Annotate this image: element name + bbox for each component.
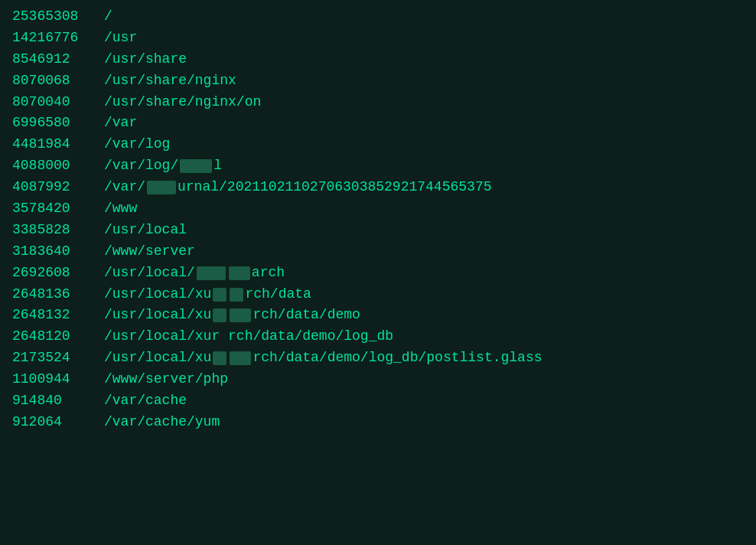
- terminal-line: 3183640 /www/server: [12, 241, 744, 263]
- redacted-block: [147, 181, 176, 194]
- terminal-output: 25365308 /14216776 /usr8546912 /usr/shar…: [12, 6, 744, 433]
- terminal-line: 8070068 /usr/share/nginx: [12, 70, 744, 92]
- path-text: /usr/share/nginx/on: [104, 92, 261, 113]
- redacted-block: [180, 159, 212, 173]
- path-text: rch/data/demo: [253, 305, 360, 326]
- line-number: 2648136: [12, 284, 104, 305]
- line-number: 2173524: [12, 348, 104, 369]
- path-text: /var/cache: [104, 390, 187, 412]
- path-text: rch/data/demo/log_db/postlist.glass: [253, 348, 542, 369]
- line-number: 2692608: [12, 263, 104, 284]
- line-number: 25365308: [12, 6, 104, 28]
- redacted-block: [213, 308, 226, 322]
- line-number: 912064: [12, 412, 104, 433]
- path-text: /usr/local/xu: [104, 284, 211, 305]
- terminal-line: 2692608 /usr/local/ arch: [12, 263, 744, 284]
- terminal-line: 914840 /var/cache: [12, 390, 744, 412]
- path-text: /var/log/: [104, 155, 178, 177]
- terminal-line: 25365308 /: [12, 6, 744, 28]
- line-number: 914840: [12, 390, 104, 412]
- redacted-block: [230, 351, 251, 365]
- terminal-line: 8070040 /usr/share/nginx/on: [12, 92, 744, 113]
- terminal-line: 1100944 /www/server/php: [12, 369, 744, 390]
- redacted-block: [229, 266, 250, 280]
- path-text: l: [213, 155, 222, 177]
- line-number: 2648132: [12, 305, 104, 326]
- path-text: /usr/local: [104, 220, 187, 241]
- terminal-line: 4087992 /var/ urnal/20211021102706303852…: [12, 177, 744, 198]
- line-number: 3183640: [12, 241, 104, 263]
- redacted-block: [230, 308, 251, 322]
- path-text: /var/cache/yum: [104, 412, 220, 433]
- redacted-block: [197, 266, 226, 280]
- path-text: /usr/local/xu: [104, 348, 211, 369]
- line-number: 2648120: [12, 326, 104, 348]
- line-number: 4481984: [12, 134, 104, 155]
- redacted-block: [213, 288, 226, 302]
- path-text: /usr/share/nginx: [104, 70, 236, 92]
- terminal-line: 3385828 /usr/local: [12, 220, 744, 241]
- terminal-line: 6996580 /var: [12, 113, 744, 134]
- terminal-line: 2648132 /usr/local/xu rch/data/demo: [12, 305, 744, 326]
- path-text: /: [104, 6, 112, 28]
- path-text: /usr/local/: [104, 263, 195, 284]
- path-text: /usr/local/xu: [104, 305, 211, 326]
- line-number: 6996580: [12, 113, 104, 134]
- line-number: 4088000: [12, 155, 104, 177]
- path-text: urnal/20211021102706303852921744565375: [178, 177, 491, 198]
- terminal-line: 4088000 /var/log/ l: [12, 155, 744, 177]
- line-number: 8070068: [12, 70, 104, 92]
- line-number: 3578420: [12, 198, 104, 220]
- path-text: /www: [104, 198, 137, 220]
- path-text: /usr/share: [104, 49, 187, 70]
- terminal-line: 2648120 /usr/local/xur rch/data/demo/log…: [12, 326, 744, 348]
- terminal-line: 8546912 /usr/share: [12, 49, 744, 70]
- path-text: /www/server/php: [104, 369, 228, 390]
- line-number: 14216776: [12, 28, 104, 49]
- path-text: /var/log: [104, 134, 170, 155]
- line-number: 3385828: [12, 220, 104, 241]
- terminal-line: 2648136 /usr/local/xu rch/data: [12, 284, 744, 305]
- terminal-line: 912064 /var/cache/yum: [12, 412, 744, 433]
- redacted-block: [230, 288, 243, 302]
- path-text: arch: [252, 263, 285, 284]
- line-number: 4087992: [12, 177, 104, 198]
- line-number: 8546912: [12, 49, 104, 70]
- terminal-line: 3578420 /www: [12, 198, 744, 220]
- path-text: /www/server: [104, 241, 195, 263]
- path-text: /var/: [104, 177, 145, 198]
- line-number: 1100944: [12, 369, 104, 390]
- path-text: /usr/local/xur rch/data/demo/log_db: [104, 326, 393, 348]
- terminal-line: 2173524 /usr/local/xu rch/data/demo/log_…: [12, 348, 744, 369]
- path-text: /var: [104, 113, 137, 134]
- terminal-line: 4481984 /var/log: [12, 134, 744, 155]
- path-text: /usr: [104, 28, 137, 49]
- terminal-line: 14216776 /usr: [12, 28, 744, 49]
- redacted-block: [213, 351, 226, 365]
- path-text: rch/data: [245, 284, 311, 305]
- line-number: 8070040: [12, 92, 104, 113]
